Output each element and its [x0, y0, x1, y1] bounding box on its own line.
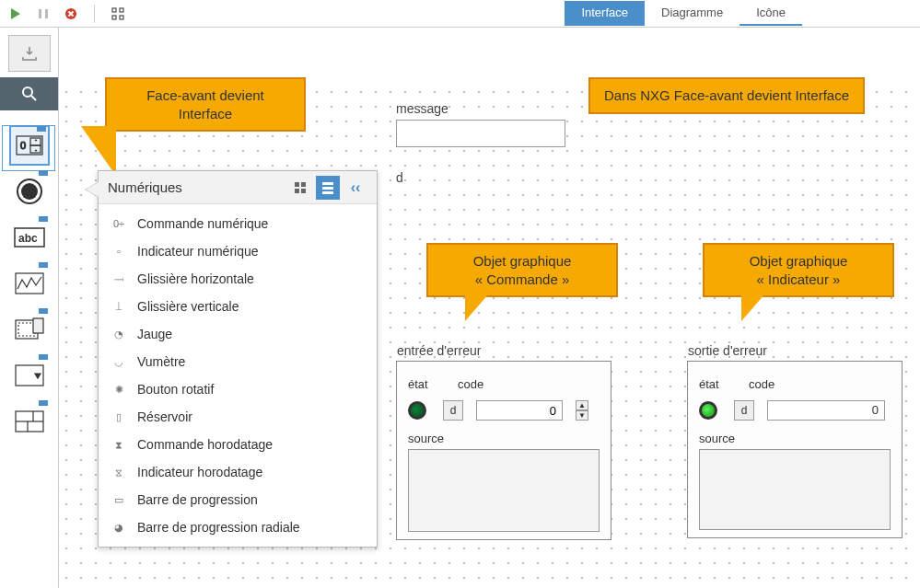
folder-tab-icon: [39, 308, 48, 314]
svg-point-8: [23, 87, 32, 97]
annotation-callout-1: Face-avant devient Interface: [105, 77, 306, 132]
code-indicator: 0: [767, 400, 885, 421]
source-label: source: [699, 432, 891, 445]
svg-text:0: 0: [20, 140, 26, 151]
svg-text:abc: abc: [18, 232, 38, 245]
message-input[interactable]: [396, 120, 565, 147]
annotation-callout-4: Objet graphique « Indicateur »: [703, 243, 894, 297]
svg-rect-31: [322, 182, 333, 185]
annotation-callout-3: Objet graphique « Commande »: [426, 243, 618, 297]
flyout-list: 0÷Commande numérique ▫Indicateur numériq…: [99, 204, 377, 547]
d-label: d: [396, 170, 403, 185]
folder-tab-icon: [39, 400, 48, 406]
palette-boolean[interactable]: [9, 171, 50, 212]
folder-tab-icon: [39, 354, 48, 360]
divider: [94, 5, 95, 23]
folder-tab-icon: [37, 126, 46, 132]
callout-text: « Indicateur »: [717, 271, 879, 289]
increment-icon[interactable]: ▲: [576, 400, 588, 410]
svg-rect-29: [295, 189, 299, 193]
svg-rect-12: [30, 145, 41, 153]
spin-buttons[interactable]: ▲▼: [576, 400, 588, 421]
folder-tab-icon: [39, 262, 48, 268]
status-led-icon: [699, 401, 717, 420]
numeric-indicator-icon: ▫: [108, 246, 130, 257]
abort-icon[interactable]: [63, 6, 79, 22]
svg-rect-4: [112, 8, 116, 12]
svg-marker-22: [35, 374, 41, 378]
meter-icon: ◡: [108, 356, 130, 368]
view-tabs: Interface Diagramme Icône: [565, 1, 802, 26]
code-label: code: [458, 377, 483, 391]
svg-rect-5: [120, 8, 123, 12]
flyout-item-barre-progression[interactable]: ▭Barre de progression: [99, 486, 377, 513]
folder-tab-icon: [39, 170, 48, 176]
source-indicator: [699, 449, 891, 530]
palette-numeric[interactable]: 0: [9, 125, 50, 166]
front-panel-canvas[interactable]: Face-avant devient Interface Dans NXG Fa…: [59, 28, 920, 588]
collapse-icon[interactable]: ‹‹: [344, 176, 367, 200]
etat-label: état: [699, 377, 736, 391]
palette-container[interactable]: [9, 309, 50, 350]
flyout-item-bouton-rotatif[interactable]: ✺Bouton rotatif: [99, 375, 377, 403]
code-label: code: [749, 377, 774, 391]
view-list-icon[interactable]: [316, 176, 340, 200]
numeric-flyout-panel: Numériques ‹‹ 0÷Commande numérique ▫Indi…: [98, 170, 378, 548]
tab-icone[interactable]: Icône: [739, 1, 802, 26]
svg-marker-0: [11, 8, 20, 19]
timestamp-control-icon: ⧗: [108, 439, 130, 451]
svg-rect-2: [45, 9, 48, 18]
status-led-icon[interactable]: [408, 401, 426, 420]
annotation-callout-2: Dans NXG Face-avant devient Interface: [588, 77, 865, 114]
gauge-icon: ◔: [108, 329, 130, 340]
error-out-label: sortie d'erreur: [688, 343, 767, 358]
flyout-item-jauge[interactable]: ◔Jauge: [99, 320, 377, 348]
flyout-item-glissiere-horizontale[interactable]: ⟞Glissière horizontale: [99, 265, 377, 293]
flyout-title: Numériques: [108, 179, 285, 195]
svg-rect-1: [39, 9, 41, 18]
v-slider-icon: ⟘: [108, 301, 130, 313]
flyout-item-commande-numerique[interactable]: 0÷Commande numérique: [99, 210, 377, 237]
callout-text: Face-avant devient Interface: [146, 87, 264, 121]
download-icon[interactable]: [8, 35, 51, 72]
search-icon[interactable]: [0, 77, 58, 110]
flyout-item-reservoir[interactable]: ▯Réservoir: [99, 403, 377, 431]
view-grid-icon[interactable]: [288, 176, 312, 200]
svg-point-14: [21, 183, 38, 200]
callout-text: Objet graphique: [441, 252, 603, 271]
flyout-item-vumetre[interactable]: ◡Vumètre: [99, 348, 377, 375]
palette-graph[interactable]: [9, 263, 50, 304]
run-icon[interactable]: [7, 6, 24, 22]
progressbar-icon: ▭: [108, 494, 130, 506]
svg-rect-28: [301, 182, 306, 187]
error-in-cluster[interactable]: entrée d'erreur état code d ▲▼ source: [396, 361, 611, 540]
numeric-control-icon: 0÷: [108, 218, 130, 229]
palette-string[interactable]: abc: [9, 217, 50, 258]
tank-icon: ▯: [108, 411, 130, 423]
radix-indicator[interactable]: d: [443, 400, 463, 421]
palette-layout[interactable]: [9, 401, 50, 442]
pause-icon[interactable]: [35, 6, 52, 22]
tab-diagramme[interactable]: Diagramme: [645, 1, 739, 26]
flyout-item-barre-progression-radiale[interactable]: ◕Barre de progression radiale: [99, 513, 377, 541]
svg-rect-7: [120, 16, 123, 19]
tab-interface[interactable]: Interface: [565, 1, 645, 26]
flyout-pointer-icon: [86, 182, 99, 197]
etat-label: état: [408, 377, 445, 391]
flyout-item-commande-horodatage[interactable]: ⧗Commande horodatage: [99, 431, 377, 458]
code-input[interactable]: [476, 400, 563, 421]
svg-rect-30: [301, 189, 306, 193]
decrement-icon[interactable]: ▼: [576, 410, 588, 421]
error-out-cluster[interactable]: sortie d'erreur état code d 0 source: [687, 361, 903, 538]
flyout-item-indicateur-numerique[interactable]: ▫Indicateur numérique: [99, 237, 377, 265]
palette-dropdown[interactable]: [9, 355, 50, 396]
callout-text: Objet graphique: [717, 252, 879, 271]
highlight-execution-icon[interactable]: [110, 6, 126, 22]
svg-rect-27: [295, 182, 299, 187]
flyout-item-glissiere-verticale[interactable]: ⟘Glissière verticale: [99, 293, 377, 320]
source-input[interactable]: [408, 449, 600, 532]
flyout-item-indicateur-horodatage[interactable]: ⧖Indicateur horodatage: [99, 458, 377, 486]
callout-text: Dans NXG Face-avant devient Interface: [604, 87, 849, 103]
svg-rect-32: [322, 187, 333, 190]
palette-list: 0 abc: [0, 114, 58, 453]
